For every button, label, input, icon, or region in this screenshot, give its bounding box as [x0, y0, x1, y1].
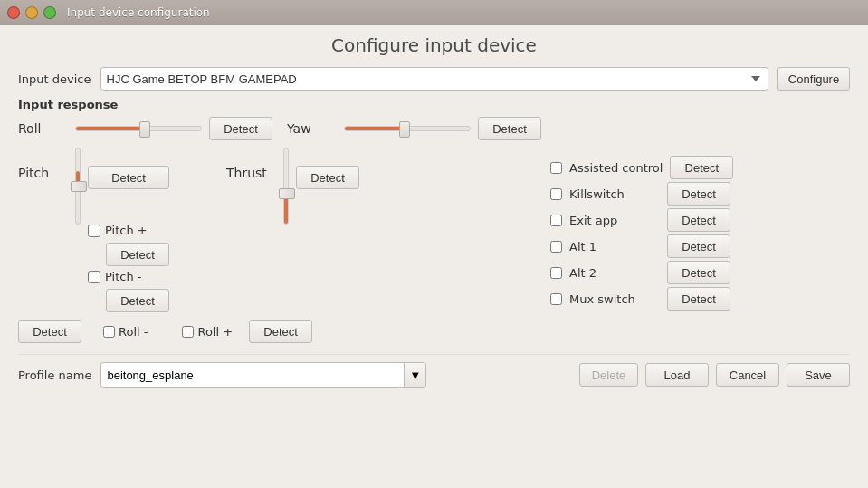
roll-label: Roll [18, 121, 68, 136]
alt2-label: Alt 2 [569, 266, 660, 280]
killswitch-checkbox[interactable] [550, 188, 562, 200]
thrust-detect-button[interactable]: Detect [296, 166, 359, 189]
pitch-minus-detect-button[interactable]: Detect [106, 289, 169, 312]
load-button[interactable]: Load [645, 363, 709, 387]
maximize-button[interactable] [43, 6, 56, 19]
pitch-plus-checkbox[interactable] [88, 225, 100, 237]
window-title: Input device configuration [67, 6, 210, 19]
roll-detect-button[interactable]: Detect [209, 117, 272, 140]
configure-button[interactable]: Configure [777, 67, 850, 91]
killswitch-detect-button[interactable]: Detect [667, 182, 730, 206]
exit-app-detect-button[interactable]: Detect [667, 208, 730, 232]
cancel-button[interactable]: Cancel [716, 363, 779, 387]
pitch-label: Pitch [18, 148, 68, 180]
roll-minus-label: Roll - [119, 325, 148, 339]
close-button[interactable] [7, 6, 20, 19]
pitch-plus-detect-button[interactable]: Detect [106, 243, 169, 266]
yaw-slider-thumb[interactable] [399, 121, 410, 138]
yaw-detect-button[interactable]: Detect [478, 117, 541, 140]
save-button[interactable]: Save [787, 363, 850, 387]
mux-switch-checkbox[interactable] [550, 293, 562, 305]
page-title: Configure input device [18, 34, 850, 56]
mux-switch-detect-button[interactable]: Detect [667, 287, 730, 311]
alt1-label: Alt 1 [569, 240, 660, 254]
alt1-detect-button[interactable]: Detect [667, 234, 730, 258]
roll-minus-global-detect-button[interactable]: Detect [18, 320, 81, 343]
mux-switch-label: Mux switch [569, 292, 660, 306]
title-bar: Input device configuration [0, 0, 868, 25]
profile-name-input[interactable] [101, 363, 404, 387]
killswitch-label: Killswitch [569, 187, 660, 201]
profile-label: Profile name [18, 368, 91, 382]
device-select[interactable]: HJC Game BETOP BFM GAMEPAD [100, 67, 769, 91]
roll-slider-track[interactable] [75, 126, 202, 131]
pitch-detect-button[interactable]: Detect [88, 166, 169, 189]
pitch-slider-track[interactable] [75, 148, 81, 225]
profile-dropdown-button[interactable]: ▼ [404, 363, 425, 387]
alt1-checkbox[interactable] [550, 241, 562, 253]
roll-plus-detect-button[interactable]: Detect [249, 320, 312, 343]
pitch-slider-thumb[interactable] [71, 181, 87, 192]
delete-button[interactable]: Delete [579, 363, 638, 387]
thrust-slider-thumb[interactable] [279, 188, 295, 199]
assisted-control-checkbox[interactable] [550, 162, 562, 174]
pitch-plus-label: Pitch + [105, 224, 148, 237]
alt2-detect-button[interactable]: Detect [667, 261, 730, 284]
yaw-slider-track[interactable] [344, 126, 471, 131]
roll-plus-label: Roll + [197, 325, 233, 339]
input-device-label: Input device [18, 72, 91, 86]
roll-plus-checkbox[interactable] [182, 326, 194, 338]
pitch-minus-checkbox[interactable] [88, 271, 100, 283]
assisted-control-detect-button[interactable]: Detect [670, 156, 733, 179]
assisted-control-label: Assisted control [569, 161, 663, 175]
yaw-label: Yaw [287, 121, 337, 136]
exit-app-label: Exit app [569, 214, 660, 227]
thrust-label: Thrust [226, 148, 276, 180]
minimize-button[interactable] [25, 6, 38, 19]
pitch-minus-label: Pitch - [105, 270, 141, 283]
thrust-slider-track[interactable] [283, 148, 289, 225]
roll-minus-checkbox[interactable] [103, 326, 115, 338]
roll-slider-thumb[interactable] [139, 121, 150, 138]
alt2-checkbox[interactable] [550, 267, 562, 279]
exit-app-checkbox[interactable] [550, 215, 562, 226]
input-response-label: Input response [18, 98, 850, 111]
